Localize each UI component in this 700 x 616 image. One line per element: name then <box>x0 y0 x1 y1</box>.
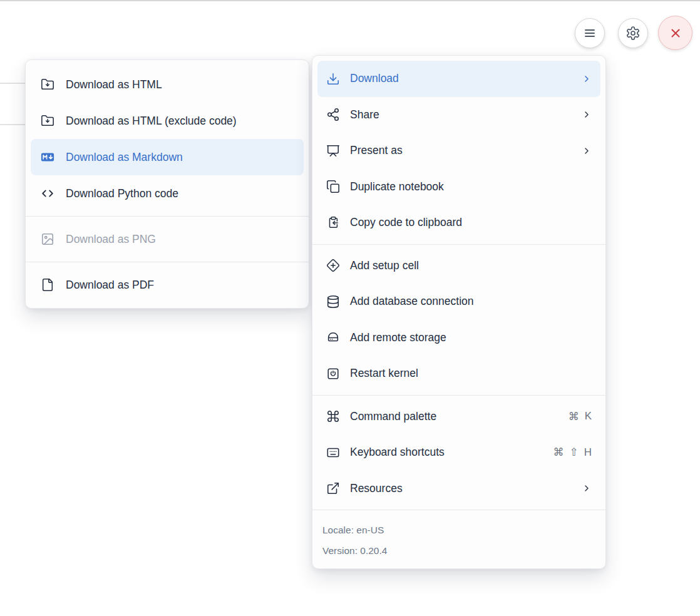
menu-item-label: Add setup cell <box>350 259 419 272</box>
shortcut-key: ⌘ <box>569 410 579 423</box>
menu-item-label: Download as Markdown <box>66 151 183 164</box>
menu-separator <box>312 395 605 396</box>
menu-item-label: Restart kernel <box>350 367 418 380</box>
menu-item-download-pdf[interactable]: Download as PDF <box>31 267 304 303</box>
chevron-right-icon <box>582 146 592 156</box>
menu-item-label: Keyboard shortcuts <box>350 446 445 459</box>
notebook-menu-button[interactable] <box>575 18 605 48</box>
menu-separator <box>312 510 605 510</box>
settings-button[interactable] <box>618 18 648 48</box>
clipboard-arrow-icon <box>326 216 340 230</box>
version-text: Version: 0.20.4 <box>322 540 595 561</box>
menu-item-resources[interactable]: Resources <box>317 471 600 507</box>
hard-drive-icon <box>326 331 340 344</box>
menu-item-duplicate-notebook[interactable]: Duplicate notebook <box>317 169 600 205</box>
menu-item-label: Add database connection <box>350 295 474 308</box>
code-icon <box>41 187 54 200</box>
folder-down-icon <box>41 78 54 91</box>
menu-item-download-html[interactable]: Download as HTML <box>31 66 304 103</box>
background-cell-border <box>0 83 25 84</box>
chevron-right-icon <box>582 74 592 84</box>
copy-icon <box>326 180 340 193</box>
menu-item-add-database-connection[interactable]: Add database connection <box>317 284 600 320</box>
marimo-notebook-page: Download as HTMLDownload as HTML (exclud… <box>0 0 700 616</box>
shortcut-key: ⇧ <box>569 446 578 459</box>
menu-item-label: Present as <box>350 144 403 157</box>
menu-item-copy-code[interactable]: Copy code to clipboard <box>317 205 600 241</box>
hamburger-icon <box>582 26 597 41</box>
shortcut-keys: ⌘⇧H <box>547 446 592 459</box>
shutdown-button[interactable] <box>658 16 692 50</box>
menu-item-label: Download <box>350 72 399 85</box>
shortcut-key: H <box>584 446 592 459</box>
menu-footer: Locale: en-US Version: 0.20.4 <box>312 513 605 568</box>
menu-item-label: Download as HTML (exclude code) <box>66 115 237 128</box>
shortcut-key: K <box>585 410 592 423</box>
menu-item-label: Copy code to clipboard <box>350 216 462 229</box>
chevron-right-icon <box>582 483 592 493</box>
markdown-badge-icon <box>41 150 54 164</box>
menu-item-download[interactable]: Download <box>317 61 600 97</box>
database-icon <box>326 295 340 309</box>
shortcut-keys: ⌘K <box>563 410 592 423</box>
chevron-right-icon <box>582 110 592 120</box>
menu-item-download-png: Download as PNG <box>31 221 304 257</box>
file-icon <box>41 278 54 292</box>
notebook-actions-menu: DownloadSharePresent asDuplicate noteboo… <box>312 55 606 569</box>
page-top-border <box>0 0 700 1</box>
image-icon <box>41 232 54 246</box>
close-icon <box>668 26 683 41</box>
menu-item-label: Command palette <box>350 410 436 423</box>
locale-text: Locale: en-US <box>322 520 595 540</box>
menu-item-label: Download as PDF <box>66 279 154 292</box>
share-icon <box>326 108 340 121</box>
menu-item-label: Download as HTML <box>66 78 162 91</box>
menu-item-download-html-exclude-code[interactable]: Download as HTML (exclude code) <box>31 103 304 139</box>
keyboard-icon <box>326 446 340 459</box>
menu-item-label: Add remote storage <box>350 331 446 344</box>
menu-item-add-setup-cell[interactable]: Add setup cell <box>317 248 600 284</box>
menu-item-label: Resources <box>350 482 403 495</box>
presentation-icon <box>326 144 340 158</box>
folder-down-icon <box>41 114 54 128</box>
menu-item-add-remote-storage[interactable]: Add remote storage <box>317 320 600 356</box>
menu-separator <box>26 216 309 217</box>
power-square-icon <box>326 367 340 381</box>
menu-item-keyboard-shortcuts[interactable]: Keyboard shortcuts⌘⇧H <box>317 434 600 471</box>
command-icon <box>326 409 340 423</box>
external-link-icon <box>326 481 340 495</box>
gear-icon <box>625 26 641 41</box>
menu-item-share[interactable]: Share <box>317 97 600 133</box>
menu-item-label: Share <box>350 108 379 121</box>
diamond-plus-icon <box>326 259 340 272</box>
menu-item-download-markdown[interactable]: Download as Markdown <box>31 139 304 175</box>
menu-separator <box>26 262 309 262</box>
menu-item-present-as[interactable]: Present as <box>317 133 600 169</box>
menu-item-label: Download as PNG <box>66 233 156 246</box>
download-icon <box>326 72 340 86</box>
background-cell-border <box>0 124 25 125</box>
menu-item-command-palette[interactable]: Command palette⌘K <box>317 399 600 435</box>
download-submenu: Download as HTMLDownload as HTML (exclud… <box>25 59 309 309</box>
menu-item-restart-kernel[interactable]: Restart kernel <box>317 356 600 392</box>
menu-item-label: Download Python code <box>66 187 178 200</box>
menu-item-download-python[interactable]: Download Python code <box>31 175 304 212</box>
menu-item-label: Duplicate notebook <box>350 180 444 193</box>
menu-separator <box>312 244 605 245</box>
shortcut-key: ⌘ <box>553 446 564 459</box>
